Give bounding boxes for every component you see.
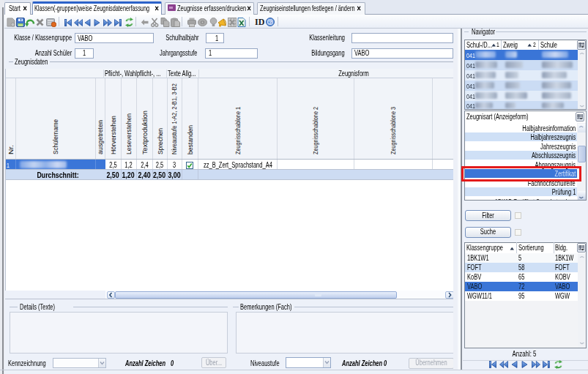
svg-text:Hörverstehen: Hörverstehen [109,116,117,154]
svg-text:Zeugnisschablone 2: Zeugnisschablone 2 [311,107,319,154]
svg-text:Textproduktion: Textproduktion [141,111,149,154]
svg-text:Nr.: Nr. [7,145,15,154]
svg-text:Schülername: Schülername [51,119,59,154]
svg-text:Niveaustufe 1-A2, 2-B1, 3-B2: Niveaustufe 1-A2, 2-B1, 3-B2 [170,83,178,154]
svg-text:Sprechen: Sprechen [156,128,164,154]
svg-text:Zeugnisschablone 3: Zeugnisschablone 3 [389,107,397,154]
svg-text:Leseverstehen: Leseverstehen [124,113,133,154]
svg-text:?: ? [269,19,272,26]
svg-text:ausgetreten: ausgetreten [96,120,104,154]
svg-text:bestanden: bestanden [186,125,194,154]
svg-text:Zeugnisschablone 1: Zeugnisschablone 1 [234,107,242,154]
